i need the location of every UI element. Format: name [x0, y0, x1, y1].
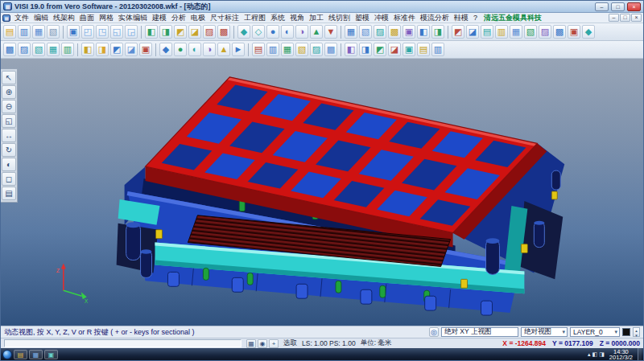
command-input[interactable] [4, 339, 242, 347]
toolbar-icon[interactable]: ◲ [125, 25, 138, 39]
toolbar-icon[interactable]: ▧ [359, 25, 372, 39]
menu-item[interactable]: 线切割 [326, 13, 353, 23]
toolbar-icon[interactable]: ▩ [217, 25, 230, 39]
toolbar-icon[interactable]: ▥ [495, 25, 508, 39]
menu-item[interactable]: 分析 [169, 13, 188, 23]
toolbar-icon[interactable]: ◨ [359, 43, 372, 56]
toolbar-icon[interactable]: ▤ [252, 43, 265, 56]
toolbar-icon[interactable]: ◨ [431, 25, 444, 39]
toolbar-icon[interactable]: ◰ [81, 25, 94, 39]
close-button[interactable]: × [627, 2, 641, 11]
toolbar-icon[interactable]: ◱ [110, 25, 123, 39]
child-minimize-button[interactable]: – [609, 14, 619, 22]
toolbar-icon[interactable]: ▣ [67, 25, 80, 39]
toolbar-icon[interactable]: ▩ [3, 43, 16, 56]
zoom-out-icon[interactable]: ⊖ [2, 100, 16, 113]
tray-network-icon[interactable]: ◧ [592, 349, 598, 359]
toolbar-icon[interactable]: ▩ [324, 43, 337, 56]
menu-item[interactable]: 视角 [287, 13, 307, 23]
start-button[interactable] [2, 350, 12, 359]
layer-color-chip[interactable] [622, 328, 630, 336]
toolbar-icon[interactable]: ◧ [81, 43, 94, 56]
menu-item[interactable]: 标准件 [391, 13, 418, 23]
child-restore-button[interactable]: □ [620, 14, 630, 22]
toolbar-icon[interactable]: ◑ [203, 43, 216, 56]
toolbar-icon[interactable]: ▧ [524, 25, 537, 39]
toolbar-icon[interactable]: ▣ [139, 43, 152, 56]
toolbar-icon[interactable]: ▥ [266, 43, 279, 56]
toolbar-icon[interactable]: ▨ [203, 25, 216, 39]
3d-viewport[interactable]: Z X [1, 59, 643, 326]
menu-item[interactable]: ? [471, 14, 480, 22]
toolbar-icon[interactable]: ▨ [374, 25, 386, 39]
menu-item[interactable]: 线架构 [51, 13, 77, 23]
toolbar-icon[interactable]: ▣ [568, 25, 580, 39]
explorer-icon[interactable]: ▤ [14, 350, 27, 359]
menu-item[interactable]: 编辑 [31, 13, 51, 23]
layer-spinner[interactable]: ▴▾ [633, 327, 640, 337]
toolbar-icon[interactable]: ◧ [417, 25, 430, 39]
toolbar-icon[interactable]: ◧ [145, 25, 158, 39]
zoom-window-icon[interactable]: ◱ [2, 114, 16, 128]
menu-item[interactable]: 塑模 [353, 13, 372, 23]
menu-item[interactable]: 曲面 [77, 13, 97, 23]
menu-item[interactable]: 建模 [150, 13, 169, 23]
toolbar-icon[interactable]: ▼ [324, 25, 337, 39]
toolbar-icon[interactable]: ▦ [32, 25, 45, 39]
minimize-button[interactable]: – [595, 2, 609, 11]
toolbar-icon[interactable]: ◆ [159, 43, 172, 56]
menu-item[interactable]: 工程图 [242, 13, 268, 23]
toolbar-icon[interactable]: ◨ [96, 43, 109, 56]
menu-item[interactable]: 实体编辑 [116, 13, 150, 23]
menu-item[interactable]: 文件 [12, 13, 31, 23]
toolbar-icon[interactable]: ▩ [388, 25, 401, 39]
menu-item[interactable]: 加工 [307, 13, 326, 23]
toolbar-icon[interactable]: ► [232, 43, 245, 56]
toolbar-icon[interactable]: ▤ [417, 43, 430, 56]
toolbar-icon[interactable]: ◆ [582, 25, 595, 39]
shade-mode-icon[interactable]: ◐ [2, 158, 16, 171]
menu-item[interactable]: 模流分析 [418, 13, 452, 23]
toolbar-icon[interactable]: ◳ [96, 25, 109, 39]
toolbar-icon[interactable]: ▦ [345, 25, 357, 39]
view-type-dropdown[interactable]: 绝对视图 ▾ [521, 327, 568, 337]
toolbar-icon[interactable]: ◇ [252, 25, 265, 39]
toolbar-icon[interactable]: ▲ [310, 25, 323, 39]
toolbar-icon[interactable]: ◆ [237, 25, 250, 39]
menu-item[interactable]: 鞋模 [452, 13, 471, 23]
toolbar-icon[interactable]: ◐ [281, 25, 294, 39]
toolbar-icon[interactable]: ▧ [295, 43, 308, 56]
toolbar-icon[interactable]: ▤ [3, 25, 16, 39]
toolbar-icon[interactable]: ▣ [402, 43, 415, 56]
toolbar-icon[interactable]: ◩ [110, 43, 123, 56]
tray-chevron-icon[interactable]: ▴ [588, 349, 591, 359]
menu-item[interactable]: 网格 [97, 13, 116, 23]
point-snap-icon[interactable]: ◉ [258, 339, 267, 348]
ortho-toggle-icon[interactable]: + [269, 339, 279, 348]
rotate-view-icon[interactable]: ↻ [2, 143, 16, 157]
select-icon[interactable]: ↖ [2, 71, 16, 84]
toolbar-icon[interactable]: ◑ [295, 25, 308, 39]
toolbar-icon[interactable]: ▧ [32, 43, 45, 56]
toolbar-icon[interactable]: ▤ [481, 25, 493, 39]
visi-app-icon[interactable]: ▦ [29, 350, 43, 359]
toolbar-icon[interactable]: ▧ [47, 25, 60, 39]
layers-icon[interactable]: ▤ [2, 187, 16, 200]
view-name-input[interactable] [441, 327, 518, 337]
toolbar-icon[interactable]: ▥ [61, 43, 74, 56]
view-mode-icon[interactable]: ◎ [429, 327, 439, 337]
menu-item[interactable]: 尺寸标注 [208, 13, 242, 23]
toolbar-icon[interactable]: ◐ [188, 43, 201, 56]
toolbar-icon[interactable]: ▲ [217, 43, 230, 56]
toolbar-icon[interactable]: ● [174, 43, 187, 56]
toolbar-icon[interactable]: ▥ [431, 43, 444, 56]
toolbar-icon[interactable]: ● [266, 25, 279, 39]
toolbar-icon[interactable]: ▩ [553, 25, 566, 39]
taskbar-clock[interactable]: 14:30 2012/3/2 [606, 349, 636, 360]
toolbar-icon[interactable]: ▣ [402, 25, 415, 39]
toolbar-icon[interactable]: ◩ [374, 43, 386, 56]
toolbar-icon[interactable]: ◪ [388, 43, 401, 56]
toolbar-icon[interactable]: ◪ [188, 25, 201, 39]
toolbar-icon[interactable]: ◩ [174, 25, 187, 39]
toolbar-icon[interactable]: ◨ [159, 25, 172, 39]
